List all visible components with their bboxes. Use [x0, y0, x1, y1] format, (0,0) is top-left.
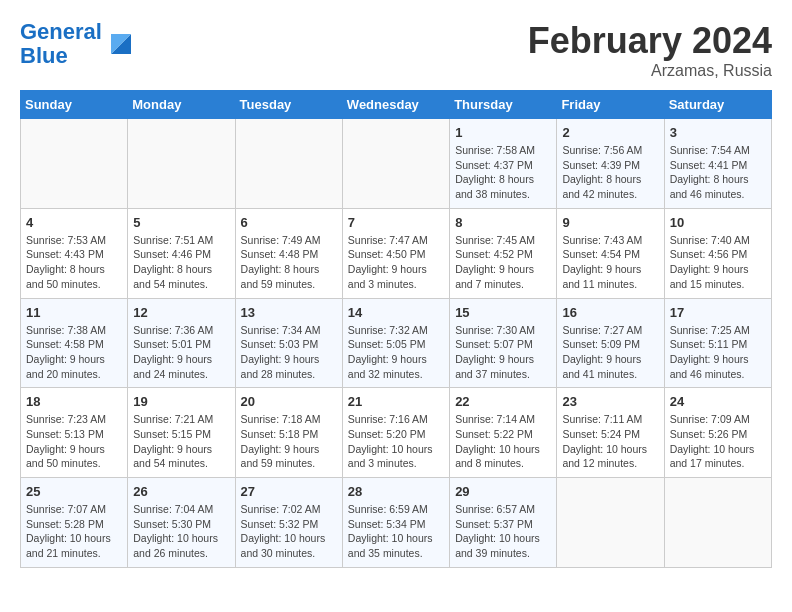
- calendar-cell: 5Sunrise: 7:51 AM Sunset: 4:46 PM Daylig…: [128, 208, 235, 298]
- calendar-week-3: 18Sunrise: 7:23 AM Sunset: 5:13 PM Dayli…: [21, 388, 772, 478]
- weekday-header-friday: Friday: [557, 91, 664, 119]
- logo-text: General Blue: [20, 20, 102, 68]
- day-info: Sunrise: 7:16 AM Sunset: 5:20 PM Dayligh…: [348, 412, 444, 471]
- day-info: Sunrise: 7:34 AM Sunset: 5:03 PM Dayligh…: [241, 323, 337, 382]
- day-info: Sunrise: 6:59 AM Sunset: 5:34 PM Dayligh…: [348, 502, 444, 561]
- day-info: Sunrise: 7:02 AM Sunset: 5:32 PM Dayligh…: [241, 502, 337, 561]
- calendar-cell: 27Sunrise: 7:02 AM Sunset: 5:32 PM Dayli…: [235, 478, 342, 568]
- day-info: Sunrise: 7:51 AM Sunset: 4:46 PM Dayligh…: [133, 233, 229, 292]
- day-info: Sunrise: 7:25 AM Sunset: 5:11 PM Dayligh…: [670, 323, 766, 382]
- day-info: Sunrise: 7:32 AM Sunset: 5:05 PM Dayligh…: [348, 323, 444, 382]
- calendar-cell: 1Sunrise: 7:58 AM Sunset: 4:37 PM Daylig…: [450, 119, 557, 209]
- day-info: Sunrise: 7:38 AM Sunset: 4:58 PM Dayligh…: [26, 323, 122, 382]
- calendar-cell: 13Sunrise: 7:34 AM Sunset: 5:03 PM Dayli…: [235, 298, 342, 388]
- calendar-cell: [342, 119, 449, 209]
- day-number: 3: [670, 125, 766, 140]
- calendar-cell: 24Sunrise: 7:09 AM Sunset: 5:26 PM Dayli…: [664, 388, 771, 478]
- calendar-cell: 21Sunrise: 7:16 AM Sunset: 5:20 PM Dayli…: [342, 388, 449, 478]
- day-number: 8: [455, 215, 551, 230]
- logo: General Blue: [20, 20, 136, 68]
- calendar-cell: 4Sunrise: 7:53 AM Sunset: 4:43 PM Daylig…: [21, 208, 128, 298]
- day-info: Sunrise: 7:54 AM Sunset: 4:41 PM Dayligh…: [670, 143, 766, 202]
- calendar-cell: 23Sunrise: 7:11 AM Sunset: 5:24 PM Dayli…: [557, 388, 664, 478]
- day-number: 27: [241, 484, 337, 499]
- calendar-cell: 25Sunrise: 7:07 AM Sunset: 5:28 PM Dayli…: [21, 478, 128, 568]
- day-number: 14: [348, 305, 444, 320]
- day-info: Sunrise: 6:57 AM Sunset: 5:37 PM Dayligh…: [455, 502, 551, 561]
- calendar-cell: 17Sunrise: 7:25 AM Sunset: 5:11 PM Dayli…: [664, 298, 771, 388]
- day-info: Sunrise: 7:36 AM Sunset: 5:01 PM Dayligh…: [133, 323, 229, 382]
- day-info: Sunrise: 7:09 AM Sunset: 5:26 PM Dayligh…: [670, 412, 766, 471]
- calendar-cell: 16Sunrise: 7:27 AM Sunset: 5:09 PM Dayli…: [557, 298, 664, 388]
- calendar-table: SundayMondayTuesdayWednesdayThursdayFrid…: [20, 90, 772, 568]
- day-info: Sunrise: 7:40 AM Sunset: 4:56 PM Dayligh…: [670, 233, 766, 292]
- page-subtitle: Arzamas, Russia: [528, 62, 772, 80]
- day-number: 16: [562, 305, 658, 320]
- day-info: Sunrise: 7:58 AM Sunset: 4:37 PM Dayligh…: [455, 143, 551, 202]
- page-title: February 2024: [528, 20, 772, 62]
- day-info: Sunrise: 7:30 AM Sunset: 5:07 PM Dayligh…: [455, 323, 551, 382]
- day-number: 28: [348, 484, 444, 499]
- day-number: 4: [26, 215, 122, 230]
- day-info: Sunrise: 7:11 AM Sunset: 5:24 PM Dayligh…: [562, 412, 658, 471]
- day-number: 21: [348, 394, 444, 409]
- calendar-week-2: 11Sunrise: 7:38 AM Sunset: 4:58 PM Dayli…: [21, 298, 772, 388]
- calendar-cell: 6Sunrise: 7:49 AM Sunset: 4:48 PM Daylig…: [235, 208, 342, 298]
- day-info: Sunrise: 7:04 AM Sunset: 5:30 PM Dayligh…: [133, 502, 229, 561]
- day-number: 29: [455, 484, 551, 499]
- day-number: 5: [133, 215, 229, 230]
- day-number: 19: [133, 394, 229, 409]
- weekday-header-sunday: Sunday: [21, 91, 128, 119]
- day-number: 11: [26, 305, 122, 320]
- page-header: General Blue February 2024 Arzamas, Russ…: [20, 20, 772, 80]
- logo-general: General: [20, 19, 102, 44]
- day-number: 15: [455, 305, 551, 320]
- day-number: 17: [670, 305, 766, 320]
- calendar-cell: 11Sunrise: 7:38 AM Sunset: 4:58 PM Dayli…: [21, 298, 128, 388]
- weekday-header-saturday: Saturday: [664, 91, 771, 119]
- calendar-cell: 29Sunrise: 6:57 AM Sunset: 5:37 PM Dayli…: [450, 478, 557, 568]
- calendar-cell: 26Sunrise: 7:04 AM Sunset: 5:30 PM Dayli…: [128, 478, 235, 568]
- calendar-week-1: 4Sunrise: 7:53 AM Sunset: 4:43 PM Daylig…: [21, 208, 772, 298]
- calendar-cell: 8Sunrise: 7:45 AM Sunset: 4:52 PM Daylig…: [450, 208, 557, 298]
- day-number: 23: [562, 394, 658, 409]
- day-info: Sunrise: 7:49 AM Sunset: 4:48 PM Dayligh…: [241, 233, 337, 292]
- day-number: 10: [670, 215, 766, 230]
- day-number: 25: [26, 484, 122, 499]
- day-number: 9: [562, 215, 658, 230]
- day-info: Sunrise: 7:23 AM Sunset: 5:13 PM Dayligh…: [26, 412, 122, 471]
- calendar-cell: 12Sunrise: 7:36 AM Sunset: 5:01 PM Dayli…: [128, 298, 235, 388]
- day-number: 1: [455, 125, 551, 140]
- calendar-week-4: 25Sunrise: 7:07 AM Sunset: 5:28 PM Dayli…: [21, 478, 772, 568]
- calendar-cell: 14Sunrise: 7:32 AM Sunset: 5:05 PM Dayli…: [342, 298, 449, 388]
- calendar-cell: 9Sunrise: 7:43 AM Sunset: 4:54 PM Daylig…: [557, 208, 664, 298]
- calendar-body: 1Sunrise: 7:58 AM Sunset: 4:37 PM Daylig…: [21, 119, 772, 568]
- day-number: 20: [241, 394, 337, 409]
- calendar-cell: [664, 478, 771, 568]
- title-area: February 2024 Arzamas, Russia: [528, 20, 772, 80]
- weekday-header-tuesday: Tuesday: [235, 91, 342, 119]
- calendar-week-0: 1Sunrise: 7:58 AM Sunset: 4:37 PM Daylig…: [21, 119, 772, 209]
- day-number: 2: [562, 125, 658, 140]
- calendar-cell: 20Sunrise: 7:18 AM Sunset: 5:18 PM Dayli…: [235, 388, 342, 478]
- day-number: 22: [455, 394, 551, 409]
- weekday-header-row: SundayMondayTuesdayWednesdayThursdayFrid…: [21, 91, 772, 119]
- day-number: 24: [670, 394, 766, 409]
- day-number: 7: [348, 215, 444, 230]
- day-info: Sunrise: 7:14 AM Sunset: 5:22 PM Dayligh…: [455, 412, 551, 471]
- calendar-cell: 2Sunrise: 7:56 AM Sunset: 4:39 PM Daylig…: [557, 119, 664, 209]
- calendar-cell: 18Sunrise: 7:23 AM Sunset: 5:13 PM Dayli…: [21, 388, 128, 478]
- calendar-header: SundayMondayTuesdayWednesdayThursdayFrid…: [21, 91, 772, 119]
- logo-icon: [106, 29, 136, 59]
- day-info: Sunrise: 7:47 AM Sunset: 4:50 PM Dayligh…: [348, 233, 444, 292]
- day-info: Sunrise: 7:56 AM Sunset: 4:39 PM Dayligh…: [562, 143, 658, 202]
- day-info: Sunrise: 7:18 AM Sunset: 5:18 PM Dayligh…: [241, 412, 337, 471]
- weekday-header-monday: Monday: [128, 91, 235, 119]
- calendar-cell: 3Sunrise: 7:54 AM Sunset: 4:41 PM Daylig…: [664, 119, 771, 209]
- day-info: Sunrise: 7:07 AM Sunset: 5:28 PM Dayligh…: [26, 502, 122, 561]
- day-info: Sunrise: 7:27 AM Sunset: 5:09 PM Dayligh…: [562, 323, 658, 382]
- calendar-cell: [21, 119, 128, 209]
- calendar-cell: [128, 119, 235, 209]
- day-info: Sunrise: 7:45 AM Sunset: 4:52 PM Dayligh…: [455, 233, 551, 292]
- day-info: Sunrise: 7:43 AM Sunset: 4:54 PM Dayligh…: [562, 233, 658, 292]
